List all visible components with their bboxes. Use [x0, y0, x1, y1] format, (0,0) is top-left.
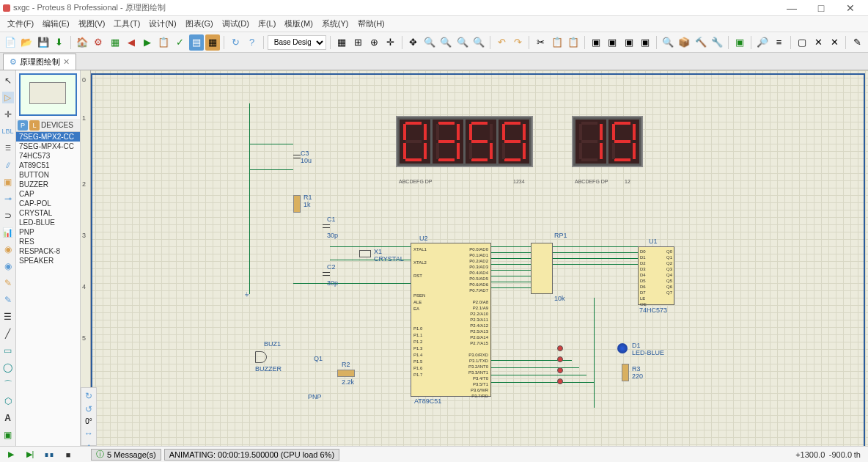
probe-i-tool[interactable]: ✎ — [2, 294, 14, 306]
zoom-area-icon[interactable]: 🔍 — [471, 34, 486, 51]
r1[interactable] — [293, 195, 301, 213]
menu-system[interactable]: 系统(Y) — [317, 18, 353, 29]
line-tool[interactable]: ╱ — [2, 328, 14, 340]
tape-tool[interactable]: ◉ — [2, 243, 14, 255]
menu-view[interactable]: 视图(V) — [74, 18, 110, 29]
rp1[interactable] — [531, 243, 553, 294]
device-item[interactable]: AT89C51 — [16, 161, 80, 170]
block-rotate-icon[interactable]: ▣ — [622, 34, 636, 51]
new-icon[interactable]: 📄 — [3, 34, 18, 51]
x1[interactable] — [359, 250, 371, 257]
menu-debug[interactable]: 调试(D) — [218, 18, 254, 29]
toggle-icon-1[interactable]: ▣ — [732, 34, 747, 51]
block-copy-icon[interactable]: ▣ — [589, 34, 603, 51]
tab-schematic[interactable]: ⚙ 原理图绘制 ✕ — [3, 54, 76, 70]
bus-tool[interactable]: ⫽ — [2, 159, 14, 171]
bus-icon[interactable]: ✕ — [811, 34, 825, 51]
origin-icon[interactable]: ⊕ — [367, 34, 381, 51]
text-2d-tool[interactable]: A — [2, 412, 14, 424]
drc-icon[interactable]: ✓ — [173, 34, 188, 51]
zoom-fit-icon[interactable]: 🔍 — [455, 34, 469, 51]
menu-template[interactable]: 模版(M) — [280, 18, 317, 29]
selection-tool[interactable]: ↖ — [2, 75, 14, 87]
arc-tool[interactable]: ⌒ — [2, 378, 14, 390]
junction-tool[interactable]: ✛ — [2, 109, 14, 120]
maximize-button[interactable]: □ — [806, 2, 836, 14]
component-tool[interactable]: ▷ — [2, 92, 14, 103]
minimize-button[interactable]: — — [777, 2, 806, 14]
bom-icon[interactable]: 📋 — [156, 34, 171, 51]
p-icon[interactable]: P — [18, 120, 28, 131]
play-button[interactable]: ▶ — [3, 448, 19, 461]
r2[interactable] — [337, 370, 355, 377]
virtual-tool[interactable]: ☰ — [2, 311, 14, 323]
symbol-tool[interactable]: ▣ — [2, 429, 14, 441]
zoom-out-icon[interactable]: 🔍 — [438, 34, 453, 51]
seven-seg-display-1[interactable] — [396, 116, 533, 167]
grid-icon[interactable]: ▦ — [334, 34, 349, 51]
flip-h-icon[interactable]: ↔ — [83, 428, 95, 439]
wire-icon[interactable]: ▢ — [795, 34, 809, 51]
cut-icon[interactable]: ✂ — [533, 34, 548, 51]
device-item[interactable]: LED-BLUE — [16, 218, 80, 227]
home-icon[interactable]: 🏠 — [75, 34, 89, 51]
devices-list[interactable]: 7SEG-MPX2-CC 7SEG-MPX4-CC 74HC573 AT89C5… — [16, 132, 80, 462]
terminal-tool[interactable]: ⊸ — [2, 193, 14, 205]
close-icon[interactable]: ⬇ — [52, 34, 67, 51]
rotate-cw-icon[interactable]: ↻ — [83, 391, 95, 401]
block-move-icon[interactable]: ▣ — [605, 34, 619, 51]
text-tool[interactable]: ☰ — [2, 142, 14, 154]
block-delete-icon[interactable]: ▣ — [638, 34, 652, 51]
pin-tool[interactable]: ⊃ — [2, 210, 14, 221]
package-icon[interactable]: 📦 — [677, 34, 691, 51]
menu-file[interactable]: 文件(F) — [3, 18, 38, 29]
button[interactable] — [557, 345, 563, 351]
button[interactable] — [557, 356, 563, 362]
close-button[interactable]: ✕ — [836, 2, 865, 14]
design-selector[interactable]: Base Design — [268, 35, 326, 50]
copy-icon[interactable]: 📋 — [550, 34, 564, 51]
undo-icon[interactable]: ↶ — [494, 34, 509, 51]
device-item[interactable]: 7SEG-MPX4-CC — [16, 142, 80, 151]
device-item[interactable]: SPEAKER — [16, 256, 80, 265]
center-icon[interactable]: ✛ — [383, 34, 397, 51]
pause-button[interactable]: ∎∎ — [41, 448, 57, 461]
open-icon[interactable]: 📂 — [19, 34, 34, 51]
r3[interactable] — [622, 364, 629, 381]
device-item[interactable]: CRYSTAL — [16, 208, 80, 218]
device-item[interactable]: 7SEG-MPX2-CC — [16, 132, 80, 142]
pick-icon[interactable]: 🔍 — [661, 34, 675, 51]
device-item[interactable]: 74HC573 — [16, 151, 80, 161]
junction-icon[interactable]: ✕ — [827, 34, 842, 51]
pcb-icon[interactable]: ▦ — [108, 34, 122, 51]
overview-window[interactable] — [19, 73, 77, 116]
d1-led[interactable] — [617, 343, 628, 353]
button[interactable] — [557, 378, 563, 384]
redo-icon[interactable]: ↷ — [510, 34, 525, 51]
design-explorer-icon[interactable]: ▦ — [205, 34, 220, 51]
menu-tool[interactable]: 工具(T) — [109, 18, 144, 29]
graph-tool[interactable]: 📊 — [2, 227, 14, 238]
l-icon[interactable]: L — [29, 120, 40, 131]
probe-v-tool[interactable]: ✎ — [2, 277, 14, 289]
schematic-icon[interactable]: ⚙ — [91, 34, 106, 51]
save-icon[interactable]: 💾 — [36, 34, 51, 51]
path-tool[interactable]: ⬡ — [2, 395, 14, 407]
device-item[interactable]: RES — [16, 237, 80, 246]
edit-icon[interactable]: ✎ — [850, 34, 864, 51]
help-icon[interactable]: ? — [245, 34, 260, 51]
u1-74hc573[interactable]: D0D1D2D3D4D5D6D7LEOE Q0Q1Q2Q3Q4Q5Q6Q7 — [638, 246, 674, 305]
seven-seg-display-2[interactable] — [572, 116, 643, 167]
rotate-ccw-icon[interactable]: ↺ — [83, 404, 95, 414]
u2-at89c51[interactable]: XTAL1XTAL2RSTPSENALEEAP1.0P1.1P1.2P1.3P1… — [411, 243, 491, 397]
box-tool[interactable]: ▭ — [2, 345, 14, 356]
step-button[interactable]: ▶| — [22, 448, 38, 461]
3d-icon[interactable]: ◀ — [124, 34, 139, 51]
device-item[interactable]: RESPACK-8 — [16, 246, 80, 256]
schematic-canvas[interactable]: 0 1 2 3 4 5 6 ABCDEFG DP 1234 ABCDEFG DP… — [81, 70, 868, 462]
messages-indicator[interactable]: ⓘ 5 Message(s) — [91, 449, 161, 461]
menu-design[interactable]: 设计(N) — [144, 18, 180, 29]
circle-tool[interactable]: ◯ — [2, 362, 14, 373]
generator-tool[interactable]: ◉ — [2, 260, 14, 272]
subcircuit-tool[interactable]: ▣ — [2, 176, 14, 188]
